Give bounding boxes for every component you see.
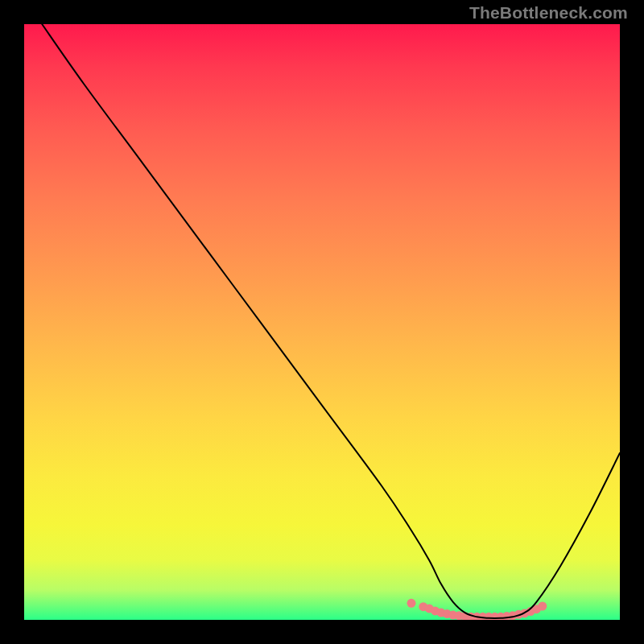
watermark-text: TheBottleneck.com [469, 3, 628, 23]
bottleneck-curve [42, 24, 620, 618]
optimal-marker [538, 602, 547, 611]
chart-frame: TheBottleneck.com [0, 0, 644, 644]
optimal-marker [407, 599, 416, 608]
curve-layer [24, 24, 620, 620]
plot-area [24, 24, 620, 620]
